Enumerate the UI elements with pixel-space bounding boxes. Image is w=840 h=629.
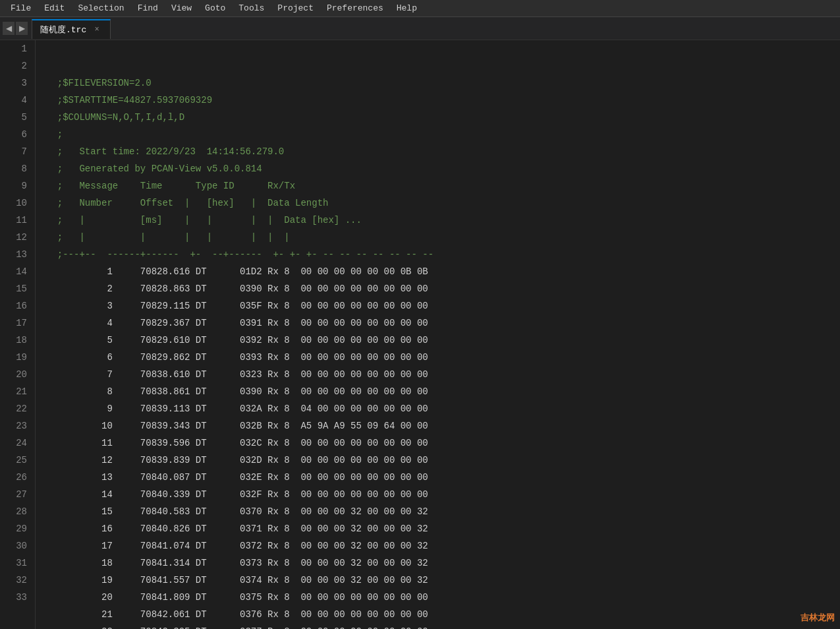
code-line: ; Start time: 2022/9/23 14:14:56.279.0 <box>46 143 840 160</box>
code-line: ; Number Offset | [hex] | Data Length <box>46 195 840 212</box>
code-line: 12 70839.839 DT 032D Rx 8 00 00 00 00 00… <box>46 452 840 469</box>
code-line: 3 70829.115 DT 035F Rx 8 00 00 00 00 00 … <box>46 297 840 314</box>
menubar: FileEditSelectionFindViewGotoToolsProjec… <box>0 0 840 17</box>
watermark: 吉林龙网 <box>800 612 835 624</box>
code-line: 4 70829.367 DT 0391 Rx 8 00 00 00 00 00 … <box>46 314 840 332</box>
line-number: 29 <box>5 520 27 537</box>
line-number: 4 <box>5 92 27 109</box>
line-number: 14 <box>5 263 27 280</box>
code-line: 13 70840.087 DT 032E Rx 8 00 00 00 00 00… <box>46 469 840 486</box>
line-number: 2 <box>5 57 27 75</box>
code-line: ; Message Time Type ID Rx/Tx <box>46 177 840 195</box>
line-number: 8 <box>5 160 27 177</box>
code-line: ; Generated by PCAN-View v5.0.0.814 <box>46 160 840 177</box>
line-number: 19 <box>5 349 27 366</box>
line-number: 17 <box>5 314 27 332</box>
editor: 1234567891011121314151617181920212223242… <box>0 40 840 629</box>
code-line: 16 70840.826 DT 0371 Rx 8 00 00 00 32 00… <box>46 520 840 537</box>
code-line: 7 70838.610 DT 0323 Rx 8 00 00 00 00 00 … <box>46 366 840 383</box>
code-line: ;$STARTTIME=44827.5937069329 <box>46 92 840 109</box>
menu-item-edit[interactable]: Edit <box>39 2 70 15</box>
menu-item-view[interactable]: View <box>166 2 197 15</box>
code-line: 5 70829.610 DT 0392 Rx 8 00 00 00 00 00 … <box>46 332 840 349</box>
code-line: 14 70840.339 DT 032F Rx 8 00 00 00 00 00… <box>46 486 840 503</box>
menu-item-selection[interactable]: Selection <box>72 2 129 15</box>
line-number: 1 <box>5 40 27 57</box>
line-number: 16 <box>5 297 27 314</box>
menu-item-tools[interactable]: Tools <box>233 2 269 15</box>
code-content[interactable]: ;$FILEVERSION=2.0 ;$STARTTIME=44827.5937… <box>36 40 840 629</box>
line-number: 5 <box>5 109 27 126</box>
line-number: 6 <box>5 126 27 143</box>
watermark-text: 吉林龙网 <box>800 613 835 622</box>
line-number: 31 <box>5 554 27 572</box>
code-line: ; | [ms] | | | | Data [hex] ... <box>46 212 840 229</box>
line-numbers: 1234567891011121314151617181920212223242… <box>0 40 36 629</box>
code-line: ;$FILEVERSION=2.0 <box>46 75 840 92</box>
tab-trc-file[interactable]: 随机度.trc × <box>32 19 111 39</box>
tab-label: 随机度.trc <box>40 24 86 36</box>
line-number: 32 <box>5 572 27 589</box>
menu-item-goto[interactable]: Goto <box>200 2 231 15</box>
line-number: 24 <box>5 434 27 452</box>
tabbar: ◀ ▶ 随机度.trc × <box>0 17 840 40</box>
code-line: 15 70840.583 DT 0370 Rx 8 00 00 00 32 00… <box>46 503 840 520</box>
code-line: 6 70829.862 DT 0393 Rx 8 00 00 00 00 00 … <box>46 349 840 366</box>
line-number: 9 <box>5 177 27 195</box>
code-line: 2 70828.863 DT 0390 Rx 8 00 00 00 00 00 … <box>46 280 840 297</box>
line-number: 20 <box>5 366 27 383</box>
line-number: 7 <box>5 143 27 160</box>
line-number: 26 <box>5 469 27 486</box>
code-line: 11 70839.596 DT 032C Rx 8 00 00 00 00 00… <box>46 434 840 452</box>
line-number: 30 <box>5 537 27 554</box>
line-number: 27 <box>5 486 27 503</box>
line-number: 22 <box>5 400 27 417</box>
line-number: 18 <box>5 332 27 349</box>
menu-item-help[interactable]: Help <box>391 2 422 15</box>
line-number: 21 <box>5 383 27 400</box>
code-line: ; <box>46 126 840 143</box>
code-line: 19 70841.557 DT 0374 Rx 8 00 00 00 32 00… <box>46 572 840 589</box>
line-number: 12 <box>5 229 27 246</box>
code-line: ; | | | | | | | <box>46 229 840 246</box>
nav-arrows: ◀ ▶ <box>3 22 28 35</box>
line-number: 15 <box>5 280 27 297</box>
line-number: 13 <box>5 246 27 263</box>
code-line: 18 70841.314 DT 0373 Rx 8 00 00 00 32 00… <box>46 554 840 572</box>
code-line: 17 70841.074 DT 0372 Rx 8 00 00 00 32 00… <box>46 537 840 554</box>
code-line: 21 70842.061 DT 0376 Rx 8 00 00 00 00 00… <box>46 606 840 623</box>
code-line: ;$COLUMNS=N,O,T,I,d,l,D <box>46 109 840 126</box>
code-line: ;---+-- ------+------ +- --+------ +- +-… <box>46 246 840 263</box>
code-line: 8 70838.861 DT 0390 Rx 8 00 00 00 00 00 … <box>46 383 840 400</box>
line-number: 23 <box>5 417 27 434</box>
tab-close-button[interactable]: × <box>92 24 102 35</box>
code-line: 1 70828.616 DT 01D2 Rx 8 00 00 00 00 00 … <box>46 263 840 280</box>
line-number: 3 <box>5 75 27 92</box>
menu-item-preferences[interactable]: Preferences <box>322 2 389 15</box>
line-number: 28 <box>5 503 27 520</box>
nav-forward-button[interactable]: ▶ <box>16 22 28 35</box>
line-number: 33 <box>5 589 27 606</box>
menu-item-find[interactable]: Find <box>132 2 163 15</box>
nav-back-button[interactable]: ◀ <box>3 22 14 35</box>
code-line: 22 70842.305 DT 0377 Rx 8 00 00 00 00 00… <box>46 623 840 629</box>
code-line: 9 70839.113 DT 032A Rx 8 04 00 00 00 00 … <box>46 400 840 417</box>
line-number: 10 <box>5 195 27 212</box>
code-line: 20 70841.809 DT 0375 Rx 8 00 00 00 00 00… <box>46 589 840 606</box>
menu-item-file[interactable]: File <box>5 2 36 15</box>
line-number: 11 <box>5 212 27 229</box>
line-number: 25 <box>5 452 27 469</box>
code-line: 10 70839.343 DT 032B Rx 8 A5 9A A9 55 09… <box>46 417 840 434</box>
menu-item-project[interactable]: Project <box>272 2 319 15</box>
